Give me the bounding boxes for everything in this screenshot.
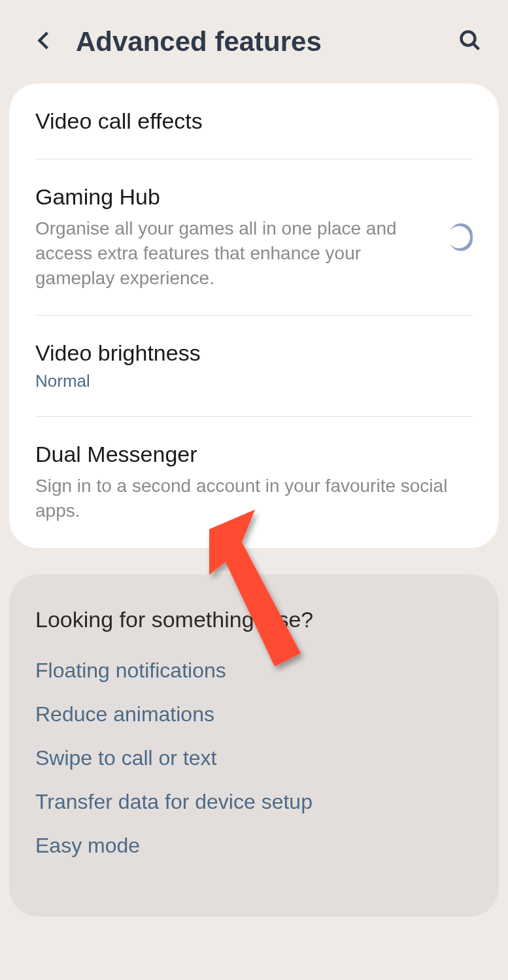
looking-for-card: Looking for something else? Floating not… [9, 574, 499, 917]
svg-point-0 [462, 32, 475, 46]
settings-card: Video call effects Gaming Hub Organise a… [9, 84, 499, 548]
page-title: Advanced features [76, 26, 458, 57]
setting-value: Normal [35, 371, 473, 391]
setting-video-brightness[interactable]: Video brightness Normal [35, 316, 473, 417]
back-button[interactable] [33, 29, 56, 55]
link-easy-mode[interactable]: Easy mode [35, 834, 473, 858]
setting-video-call-effects[interactable]: Video call effects [35, 84, 473, 159]
looking-for-heading: Looking for something else? [35, 607, 473, 632]
link-reduce-animations[interactable]: Reduce animations [35, 702, 473, 727]
link-floating-notifications[interactable]: Floating notifications [35, 659, 473, 683]
setting-title: Gaming Hub [35, 184, 430, 210]
gaming-hub-toggle[interactable] [449, 223, 473, 251]
setting-gaming-hub[interactable]: Gaming Hub Organise all your games all i… [35, 159, 473, 316]
setting-title: Video call effects [35, 108, 473, 134]
setting-title: Dual Messenger [35, 442, 473, 467]
search-button[interactable] [458, 29, 482, 55]
link-swipe-call-text[interactable]: Swipe to call or text [35, 746, 473, 770]
setting-title: Video brightness [35, 340, 473, 366]
svg-line-1 [473, 44, 479, 50]
setting-description: Organise all your games all in one place… [35, 216, 430, 290]
toggle-knob [448, 226, 470, 248]
setting-description: Sign in to a second account in your favo… [35, 474, 473, 523]
setting-dual-messenger[interactable]: Dual Messenger Sign in to a second accou… [35, 417, 473, 548]
link-transfer-data[interactable]: Transfer data for device setup [35, 790, 473, 814]
